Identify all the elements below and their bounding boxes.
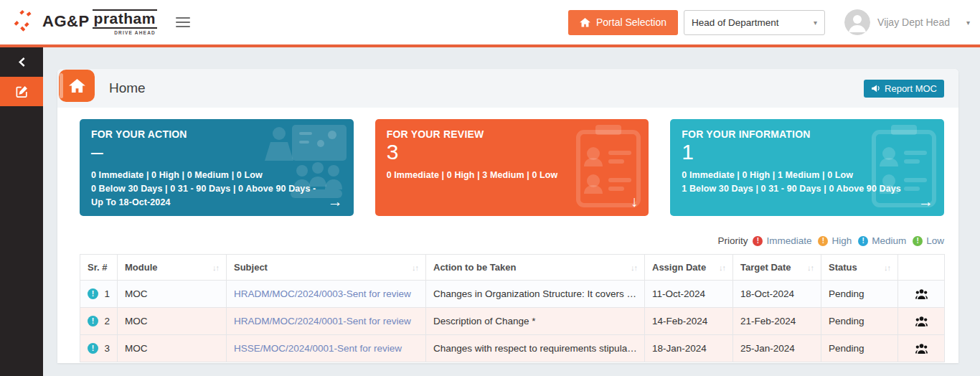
page-title: Home	[109, 80, 146, 96]
brand-name-bold: AG&P	[42, 14, 90, 29]
card-title: FOR YOUR INFORMATION	[682, 128, 933, 140]
cell-status: Pending	[821, 335, 898, 362]
subject-link[interactable]: HRADM/MOC/2024/0001-Sent for review	[234, 316, 411, 326]
priority-high-icon: !	[818, 236, 828, 246]
priority-medium-icon: !	[88, 316, 98, 326]
cell-action: Description of Change *	[426, 308, 645, 335]
role-dropdown[interactable]: Head of Department ▾	[684, 10, 825, 35]
column-header-action-to-be-taken[interactable]: Action to be Taken↓↑	[426, 255, 645, 281]
column-header-target-date[interactable]: Target Date↓↑	[733, 255, 821, 281]
chevron-left-icon	[18, 57, 26, 67]
tasks-table-wrap: Sr. #Module↓↑Subject↓↑Action to be Taken…	[80, 254, 944, 362]
users-icon[interactable]	[915, 343, 928, 354]
cell-module: MOC	[118, 281, 227, 308]
column-header-sr-: Sr. #	[80, 255, 118, 281]
card-count: –	[91, 140, 342, 166]
table-header-row: Sr. #Module↓↑Subject↓↑Action to be Taken…	[80, 255, 945, 281]
chevron-down-icon: ▾	[814, 19, 817, 27]
column-header-assign-date[interactable]: Assign Date↓↑	[645, 255, 733, 281]
card-date-line: Up To 18-Oct-2024	[91, 197, 342, 207]
brand-logo: AG&P pratham DRIVE AHEAD	[10, 9, 157, 36]
main-panel: Home Report MOC FOR YOUR ACTION–0 Immedi…	[57, 69, 958, 363]
legend-item-high: !High	[818, 235, 852, 246]
legend-item-immediate: !Immediate	[753, 235, 811, 246]
priority-immediate-icon: !	[753, 236, 763, 246]
row-number: 1	[104, 288, 110, 299]
card-title: FOR YOUR ACTION	[91, 128, 342, 140]
brand-tagline: DRIVE AHEAD	[114, 30, 157, 35]
cell-action: Changes in Organization Structure: It co…	[426, 281, 645, 308]
card-for-your-review[interactable]: FOR YOUR REVIEW30 Immediate | 0 High | 3…	[375, 119, 649, 216]
user-menu-caret-icon[interactable]: ▾	[966, 19, 970, 27]
cell-module: MOC	[118, 335, 227, 362]
users-icon[interactable]	[915, 288, 928, 300]
column-header-module[interactable]: Module↓↑	[118, 255, 227, 281]
sort-icon[interactable]: ↓↑	[807, 263, 814, 272]
cell-action: Changes with respect to requirements sti…	[426, 335, 645, 362]
home-tab-badge[interactable]	[59, 70, 95, 102]
subject-link[interactable]: HRADM/MOC/2024/0003-Sent for review	[234, 288, 411, 299]
priority-medium-icon: !	[88, 343, 98, 354]
card-arrow-right-icon[interactable]: →	[328, 193, 343, 210]
card-priority-line: 0 Immediate | 0 High | 3 Medium | 0 Low	[387, 170, 638, 180]
sort-icon[interactable]: ↓↑	[884, 263, 890, 272]
cell-module: MOC	[118, 308, 227, 335]
cards-row: FOR YOUR ACTION–0 Immediate | 0 High | 0…	[80, 119, 944, 216]
cell-assign-date: 18-Jan-2024	[645, 335, 733, 362]
priority-low-icon: !	[913, 236, 923, 246]
priority-medium-icon: !	[88, 288, 98, 299]
tasks-table: Sr. #Module↓↑Subject↓↑Action to be Taken…	[80, 254, 945, 362]
table-row[interactable]: !3MOCHSSE/MOC/2024/0001-Sent for reviewC…	[80, 335, 945, 362]
table-row[interactable]: !2MOCHRADM/MOC/2024/0001-Sent for review…	[80, 308, 945, 335]
priority-legend: Priority !Immediate!High!Medium!Low	[717, 235, 944, 246]
card-for-your-information[interactable]: FOR YOUR INFORMATION10 Immediate | 0 Hig…	[670, 119, 944, 216]
top-header: AG&P pratham DRIVE AHEAD Portal Selectio…	[0, 0, 980, 47]
cell-target-date: 18-Oct-2024	[733, 281, 821, 308]
report-icon	[871, 84, 880, 93]
cell-status: Pending	[821, 281, 898, 308]
legend-items: !Immediate!High!Medium!Low	[753, 235, 944, 246]
table-row[interactable]: !1MOCHRADM/MOC/2024/0003-Sent for review…	[80, 281, 945, 308]
card-arrow-right-icon[interactable]: →	[918, 193, 933, 210]
card-title: FOR YOUR REVIEW	[387, 128, 638, 140]
card-arrow-down-icon[interactable]: ↓	[631, 193, 639, 210]
legend-item-medium: !Medium	[858, 235, 906, 246]
report-moc-button[interactable]: Report MOC	[864, 80, 944, 98]
sort-icon[interactable]: ↓↑	[412, 263, 418, 272]
users-icon[interactable]	[915, 316, 928, 327]
row-number: 2	[104, 316, 110, 326]
brand-mark-icon	[10, 9, 37, 36]
column-header-subject[interactable]: Subject↓↑	[227, 255, 426, 281]
sidebar	[0, 47, 43, 376]
card-for-your-action[interactable]: FOR YOUR ACTION–0 Immediate | 0 High | 0…	[80, 119, 354, 216]
cell-status: Pending	[821, 308, 898, 335]
card-days-line: 0 Below 30 Days | 0 31 - 90 Days | 0 Abo…	[91, 184, 342, 194]
priority-medium-icon: !	[858, 236, 868, 246]
cell-target-date: 21-Feb-2024	[733, 308, 821, 335]
hamburger-menu-icon[interactable]	[176, 14, 190, 30]
column-header-actions	[898, 255, 945, 281]
edit-icon	[15, 85, 29, 98]
subject-link[interactable]: HSSE/MOC/2024/0001-Sent for review	[234, 343, 402, 354]
column-header-status[interactable]: Status↓↑	[821, 255, 898, 281]
sort-icon[interactable]: ↓↑	[719, 263, 725, 272]
brand-name-light: pratham	[93, 9, 157, 29]
sidebar-collapse-button[interactable]	[0, 47, 43, 77]
panel-header: Home Report MOC	[57, 69, 958, 108]
sort-icon[interactable]: ↓↑	[631, 263, 637, 272]
card-priority-line: 0 Immediate | 0 High | 0 Medium | 0 Low	[91, 170, 342, 180]
header-right: Portal Selection Head of Department ▾ Vi…	[568, 9, 970, 35]
card-count: 3	[387, 140, 638, 166]
user-name[interactable]: Vijay Dept Head	[877, 17, 950, 28]
sort-icon[interactable]: ↓↑	[212, 263, 219, 272]
cell-assign-date: 11-Oct-2024	[645, 281, 733, 308]
avatar[interactable]	[844, 9, 870, 35]
cell-target-date: 25-Jan-2024	[733, 335, 821, 362]
sidebar-item-moc[interactable]	[0, 77, 43, 106]
home-icon	[580, 18, 590, 27]
legend-label: Priority	[717, 235, 748, 246]
card-days-line: 1 Below 30 Days | 0 31 - 90 Days | 0 Abo…	[682, 184, 933, 194]
legend-item-low: !Low	[913, 235, 944, 246]
portal-selection-button[interactable]: Portal Selection	[568, 10, 678, 35]
card-count: 1	[682, 140, 933, 166]
